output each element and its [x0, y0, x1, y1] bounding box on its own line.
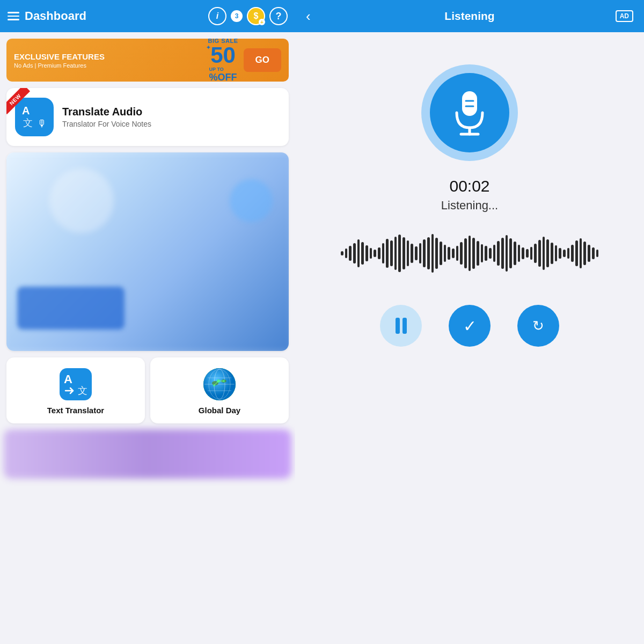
mic-outer-circle[interactable] — [421, 64, 518, 161]
grid-cards-row: A 文 Text Translator — [6, 357, 289, 423]
svg-rect-15 — [462, 91, 477, 116]
right-header-inner: ‹ Listening AD — [306, 8, 633, 25]
wave-bar — [464, 238, 467, 268]
right-header: ‹ Listening AD — [295, 0, 644, 32]
wave-bar — [514, 241, 516, 265]
translate-audio-card[interactable]: A 🎙 文 Translate Audio Translator For Voi… — [6, 88, 289, 146]
mic-small-icon: 🎙 — [37, 118, 47, 129]
wave-bar — [390, 240, 393, 266]
wave-bar — [386, 239, 389, 268]
listening-timer: 00:02 — [449, 177, 489, 195]
shape-1 — [49, 169, 114, 233]
wave-bar — [563, 250, 566, 257]
cjk-icon: 文 — [23, 116, 33, 129]
wave-bar — [522, 247, 524, 259]
right-panel: ‹ Listening AD — [295, 0, 644, 644]
wave-bar — [551, 243, 553, 264]
pause-icon — [396, 318, 407, 334]
wave-bar — [349, 246, 352, 261]
bottom-blurred-card — [4, 429, 292, 479]
check-icon: ✓ — [463, 317, 477, 335]
mic-inner-circle — [430, 73, 509, 152]
blurred-ad-card — [6, 152, 289, 351]
wave-bar — [481, 244, 484, 262]
shape-3 — [230, 179, 273, 222]
wave-bar — [559, 248, 561, 259]
wave-bar — [588, 245, 590, 262]
microphone-icon — [450, 89, 489, 136]
wave-bar — [423, 239, 426, 267]
blurred-shapes — [6, 152, 289, 351]
info-button[interactable]: i — [208, 7, 226, 25]
banner-text: EXCLUSIVE FEATURES No Ads | Premium Feat… — [14, 52, 208, 69]
global-day-icon — [203, 368, 236, 400]
wave-bar — [575, 240, 578, 266]
left-header: Dashboard i 3 $ + ? — [0, 0, 295, 32]
sale-number: ✦ 50 — [210, 44, 236, 67]
coin-button[interactable]: $ + — [247, 7, 265, 25]
waveform-container — [341, 232, 598, 275]
pause-bar-left — [396, 318, 400, 334]
global-day-card[interactable]: Global Day — [150, 357, 289, 423]
wave-bar — [580, 238, 582, 268]
banner-sub-label: No Ads | Premium Features — [14, 62, 208, 69]
wave-bar — [435, 238, 438, 269]
wave-bar — [538, 240, 541, 267]
listening-title: Listening — [444, 10, 494, 23]
wave-bar — [469, 236, 471, 271]
wave-bar — [419, 243, 422, 264]
pause-bar-right — [402, 318, 407, 334]
wave-bar — [398, 235, 401, 272]
banner-exclusive-label: EXCLUSIVE FEATURES — [14, 52, 208, 61]
wave-bar — [497, 241, 500, 266]
promo-banner[interactable]: EXCLUSIVE FEATURES No Ads | Premium Feat… — [6, 39, 289, 82]
wave-bar — [382, 243, 385, 264]
wave-bar — [472, 238, 475, 269]
confirm-button[interactable]: ✓ — [449, 305, 491, 347]
translate-audio-subtitle: Translator For Voice Notes — [62, 120, 151, 128]
go-button[interactable]: GO — [244, 48, 281, 72]
wave-bar — [518, 245, 521, 262]
menu-button[interactable] — [8, 12, 19, 20]
wave-bar — [477, 241, 479, 266]
wave-bar — [506, 235, 508, 272]
text-translator-card[interactable]: A 文 Text Translator — [6, 357, 145, 423]
banner-sale-block: BIG SALE ✦ 50 UP TO %OFF — [208, 39, 238, 82]
header-icons: i 3 $ + ? — [208, 7, 288, 25]
wave-bar — [546, 239, 549, 267]
wave-bar — [485, 246, 487, 261]
wave-bar — [501, 238, 504, 269]
translate-audio-text: Translate Audio Translator For Voice Not… — [62, 106, 151, 128]
icon-inner: A 🎙 文 — [21, 104, 48, 130]
wave-bar — [567, 248, 570, 259]
shape-2 — [17, 287, 125, 330]
ad-badge: AD — [616, 10, 633, 22]
wave-bar — [378, 247, 380, 259]
wave-bar — [509, 238, 512, 268]
wave-bar — [555, 245, 558, 261]
text-translator-label: Text Translator — [47, 406, 104, 415]
wave-bar — [493, 245, 496, 262]
pause-button[interactable] — [380, 305, 422, 347]
wave-bar — [411, 244, 413, 263]
wave-bar — [440, 241, 442, 265]
wave-bar — [361, 242, 364, 265]
wave-bar — [543, 237, 545, 270]
wave-bar — [370, 248, 372, 259]
wave-bar — [489, 248, 492, 259]
wave-bar — [427, 237, 430, 269]
retry-button[interactable]: ↻ — [517, 305, 559, 347]
listening-content: 00:02 Listening... ✓ ↻ — [295, 32, 644, 644]
wave-bar — [526, 249, 529, 258]
arrow-icon — [64, 385, 75, 396]
letter-a-icon: A — [22, 105, 30, 117]
wave-bar — [452, 248, 455, 258]
count-badge: 3 — [231, 10, 243, 22]
wave-bar — [431, 234, 434, 273]
wave-bar — [394, 237, 397, 270]
help-button[interactable]: ? — [269, 7, 288, 25]
off-label-block: UP TO %OFF — [209, 67, 237, 82]
star-icon: ✦ — [206, 45, 210, 50]
text-translator-icon: A 文 — [60, 368, 92, 400]
back-button[interactable]: ‹ — [306, 8, 311, 25]
